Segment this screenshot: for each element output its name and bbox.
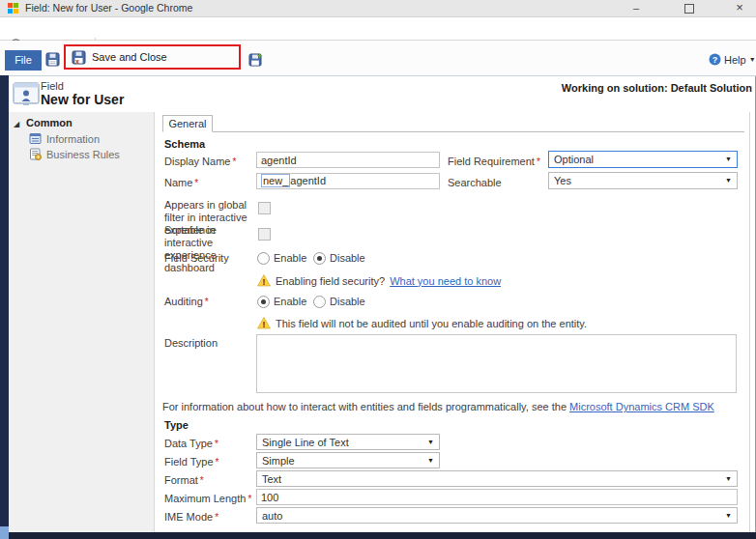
sidebar-group-common[interactable]: Common <box>26 117 73 128</box>
entity-type-label: Field <box>41 80 64 92</box>
save-and-close-icon: x <box>72 50 86 65</box>
dropdown-arrow-icon: ▼ <box>427 457 434 464</box>
auditing-disable-radio[interactable] <box>313 296 326 308</box>
crm-field-window: { "window": { "title": "Field: New for U… <box>0 0 756 539</box>
svg-text:+: + <box>257 52 262 61</box>
display-name-input[interactable] <box>256 152 440 168</box>
format-select[interactable]: Text▼ <box>256 470 738 487</box>
ime-mode-select[interactable]: auto▼ <box>256 507 738 524</box>
dropdown-arrow-icon: ▼ <box>725 156 732 162</box>
sdk-note-text: For information about how to interact wi… <box>162 401 567 412</box>
maximize-icon <box>684 4 694 14</box>
svg-text:?: ? <box>712 55 718 65</box>
what-you-need-to-know-link[interactable]: What you need to know <box>390 275 501 287</box>
svg-text:!: ! <box>263 277 266 287</box>
maximum-length-input[interactable] <box>256 489 738 505</box>
name-prefix: new_ <box>261 174 290 187</box>
dropdown-arrow-icon: ▼ <box>725 475 732 482</box>
file-button[interactable]: File <box>5 50 42 71</box>
warning-text: Enabling field security? <box>276 275 385 287</box>
global-filter-checkbox[interactable] <box>258 202 271 214</box>
warning-icon: ! <box>257 317 271 329</box>
field-security-label: Field Security <box>164 252 229 265</box>
field-requirement-select[interactable]: Optional▼ <box>548 151 738 168</box>
data-type-select[interactable]: Single Line of Text▼ <box>256 434 440 450</box>
dropdown-arrow-icon: ▼ <box>725 512 732 519</box>
chevron-down-icon: ▼ <box>749 56 756 63</box>
business-rules-icon <box>29 148 42 160</box>
sidebar-item-label: Information <box>46 133 100 145</box>
field-entity-icon <box>13 82 42 108</box>
svg-text:!: ! <box>263 320 266 329</box>
save-and-new-icon[interactable]: + <box>248 52 263 67</box>
schema-section-title: Schema <box>164 138 205 150</box>
sidebar-item-label: Business Rules <box>46 149 120 160</box>
auditing-enable-radio[interactable] <box>257 296 270 308</box>
sortable-checkbox[interactable] <box>258 228 271 241</box>
ime-mode-label: IME Mode* <box>164 511 218 524</box>
data-type-label: Data Type* <box>164 438 218 450</box>
name-label: Name* <box>164 177 198 189</box>
searchable-label: Searchable <box>448 177 502 189</box>
tab-general[interactable]: General <box>162 115 213 132</box>
svg-text:x: x <box>75 57 79 64</box>
auditing-warning: ! This field will not be audited until y… <box>257 317 587 329</box>
help-menu[interactable]: ? Help ▼ <box>709 53 756 66</box>
display-name-label: Display Name* <box>164 156 236 168</box>
field-security-enable-label: Enable <box>274 252 306 264</box>
help-icon: ? <box>709 53 721 66</box>
page-title: New for User <box>41 92 124 107</box>
auditing-disable-label: Disable <box>330 296 365 307</box>
close-button[interactable]: × <box>727 0 752 16</box>
warning-icon: ! <box>257 274 271 287</box>
title-bar: Field: New for User - Google Chrome – × <box>0 0 756 17</box>
type-section-title: Type <box>164 419 189 431</box>
app-icon <box>8 3 18 14</box>
dropdown-arrow-icon: ▼ <box>427 439 434 445</box>
maximum-length-label: Maximum Length* <box>164 493 251 505</box>
sidebar-item-information[interactable]: Information <box>29 132 100 145</box>
working-solution-label: Working on solution: Default Solution <box>425 82 752 94</box>
save-and-close-button[interactable]: Save and Close <box>92 51 167 63</box>
content-right-border <box>749 112 750 532</box>
left-nav-strip-bottom <box>0 526 9 539</box>
sidebar-item-business-rules[interactable]: Business Rules <box>29 148 120 160</box>
help-label: Help <box>724 54 746 66</box>
description-label: Description <box>164 337 218 350</box>
field-requirement-label: Field Requirement* <box>448 156 540 168</box>
sortable-label: Sortable in interactive experience dashb… <box>164 224 259 274</box>
searchable-select[interactable]: Yes▼ <box>548 172 738 189</box>
bottom-bar <box>9 532 756 539</box>
window-title: Field: New for User - Google Chrome <box>25 2 192 14</box>
left-nav-strip <box>0 75 9 526</box>
collapse-triangle-icon[interactable]: ◢ <box>14 120 19 128</box>
description-textarea[interactable] <box>256 334 737 393</box>
field-type-label: Field Type* <box>164 456 218 468</box>
information-icon <box>29 132 42 145</box>
dropdown-arrow-icon: ▼ <box>725 177 732 184</box>
save-icon[interactable] <box>45 52 60 67</box>
save-and-close-annotation: x Save and Close <box>64 44 241 70</box>
tab-underline <box>162 131 744 132</box>
minimize-button[interactable]: – <box>624 0 649 16</box>
field-security-warning: ! Enabling field security? What you need… <box>257 274 501 287</box>
sdk-note: For information about how to interact wi… <box>162 401 714 412</box>
field-security-disable-label: Disable <box>330 252 365 264</box>
field-security-disable-radio[interactable] <box>313 252 326 265</box>
name-input[interactable]: new_agentId <box>256 173 440 189</box>
format-label: Format* <box>164 474 204 487</box>
auditing-label: Auditing* <box>164 296 209 308</box>
url-bar: Not secure 192.168.1.60/QATeam/tools/sys… <box>0 17 756 41</box>
auditing-enable-label: Enable <box>274 296 306 307</box>
field-security-enable-radio[interactable] <box>257 252 270 265</box>
field-type-select[interactable]: Simple▼ <box>256 452 440 468</box>
crm-sdk-link[interactable]: Microsoft Dynamics CRM SDK <box>569 401 714 412</box>
sidebar <box>9 112 155 532</box>
warning-text: This field will not be audited until you… <box>276 318 587 329</box>
